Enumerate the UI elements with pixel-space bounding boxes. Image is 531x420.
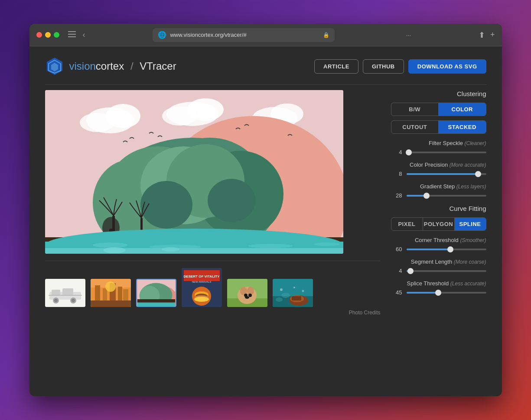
svg-point-86: [281, 293, 290, 298]
cutout-button[interactable]: CUTOUT: [391, 121, 439, 133]
download-svg-button[interactable]: DOWNLOAD AS SVG: [408, 59, 486, 74]
svg-point-34: [249, 244, 292, 248]
segment-length-value: 4: [391, 268, 402, 274]
splice-threshold-track[interactable]: [407, 292, 486, 294]
svg-point-87: [276, 297, 283, 302]
sidebar-toggle[interactable]: [68, 31, 76, 39]
filter-speckle-thumb[interactable]: [406, 149, 412, 155]
segment-length-slider-row: 4: [391, 268, 486, 274]
bw-button[interactable]: B/W: [391, 103, 439, 116]
gradient-step-track[interactable]: [407, 195, 486, 197]
svg-point-45: [54, 299, 58, 302]
splice-threshold-slider-row: 45: [391, 289, 486, 296]
corner-threshold-value: 60: [391, 246, 402, 252]
more-options[interactable]: ···: [406, 32, 411, 39]
svg-rect-63: [137, 299, 175, 303]
svg-point-90: [302, 290, 304, 292]
filter-speckle-label: Filter Speckle (Cleaner): [391, 140, 486, 146]
toolbar-actions: ⬆ +: [479, 30, 495, 40]
svg-point-79: [248, 294, 252, 297]
svg-point-88: [280, 288, 283, 291]
thumbnail-4[interactable]: DESERT OF VITALITY NEW ARRIVALS: [182, 268, 222, 307]
color-precision-section: Color Precision (More accurate) 8: [391, 162, 486, 177]
back-button[interactable]: ‹: [83, 30, 85, 39]
pixel-button[interactable]: PIXEL: [391, 218, 423, 230]
gradient-step-value: 28: [391, 192, 402, 199]
svg-rect-43: [62, 288, 73, 295]
spline-button[interactable]: SPLINE: [454, 218, 486, 230]
svg-point-35: [314, 242, 340, 246]
thumbnail-1[interactable]: [45, 279, 85, 307]
maximize-button[interactable]: [54, 32, 59, 38]
url-text: www.visioncortex.org/vtracer/#: [170, 32, 246, 38]
svg-rect-36: [45, 248, 343, 254]
svg-rect-1: [68, 34, 76, 35]
color-precision-label: Color Precision (More accurate): [391, 162, 486, 168]
segment-length-label: Segment Length (More coarse): [391, 258, 486, 265]
polygon-button[interactable]: POLYGON: [423, 218, 454, 230]
svg-point-24: [208, 179, 255, 222]
filter-speckle-value: 4: [391, 149, 402, 155]
gradient-step-thumb[interactable]: [423, 193, 430, 199]
photo-credits: Photo Credits: [45, 310, 381, 316]
title-bar: ‹ 🌐 www.visioncortex.org/vtracer/# 🔒 ···…: [29, 24, 502, 46]
svg-point-80: [245, 296, 249, 299]
splice-threshold-label: Splice Threshold (Less accurate): [391, 280, 486, 287]
svg-point-9: [80, 113, 114, 132]
color-precision-fill: [407, 173, 479, 175]
corner-threshold-section: Corner Threshold (Smoother) 60: [391, 237, 486, 252]
corner-threshold-thumb[interactable]: [447, 246, 453, 252]
filter-speckle-section: Filter Speckle (Cleaner) 4: [391, 140, 486, 155]
address-bar: 🌐 www.visioncortex.org/vtracer/# 🔒: [153, 28, 335, 42]
image-divider: [45, 261, 381, 261]
image-canvas: [45, 90, 343, 254]
browser-window: ‹ 🌐 www.visioncortex.org/vtracer/# 🔒 ···…: [29, 24, 502, 396]
gradient-step-label: Gradient Step (Less layers): [391, 183, 486, 190]
color-precision-thumb[interactable]: [475, 171, 481, 177]
corner-threshold-slider-row: 60: [391, 246, 486, 252]
splice-threshold-thumb[interactable]: [435, 290, 441, 296]
thumbnail-3[interactable]: [136, 279, 176, 307]
page-content: visioncortex / VTracer ARTICLE GITHUB DO…: [29, 46, 502, 326]
filter-speckle-slider-row: 4: [391, 149, 486, 155]
close-button[interactable]: [36, 32, 42, 38]
globe-icon: 🌐: [158, 31, 166, 39]
thumbnail-5[interactable]: [227, 279, 267, 307]
color-button[interactable]: COLOR: [438, 103, 486, 116]
svg-point-12: [162, 107, 197, 126]
splice-threshold-fill: [407, 292, 439, 294]
stacked-button[interactable]: STACKED: [438, 121, 486, 133]
svg-point-72: [194, 297, 209, 302]
github-button[interactable]: GITHUB: [363, 59, 404, 74]
svg-point-32: [93, 242, 127, 248]
segment-length-track[interactable]: [407, 270, 486, 272]
svg-text:NEW ARRIVALS: NEW ARRIVALS: [192, 281, 211, 283]
svg-point-57: [105, 281, 116, 292]
splice-threshold-section: Splice Threshold (Less accurate) 45: [391, 280, 486, 296]
clustering-title: Clustering: [391, 90, 486, 97]
corner-threshold-fill: [407, 249, 450, 250]
svg-rect-42: [52, 290, 60, 295]
mode-toggle-group: CUTOUT STACKED: [391, 120, 486, 134]
svg-rect-2: [68, 36, 76, 37]
segment-length-thumb[interactable]: [407, 268, 414, 274]
color-precision-track[interactable]: [407, 173, 486, 175]
header-buttons: ARTICLE GITHUB DOWNLOAD AS SVG: [314, 59, 486, 74]
curve-fitting-title: Curve Fitting: [391, 205, 486, 212]
corner-threshold-track[interactable]: [407, 249, 486, 250]
thumbnail-2[interactable]: [91, 279, 131, 307]
clustering-toggle-group: B/W COLOR: [391, 103, 486, 116]
app-header: visioncortex / VTracer ARTICLE GITHUB DO…: [45, 57, 486, 76]
corner-threshold-label: Corner Threshold (Smoother): [391, 237, 486, 243]
share-icon[interactable]: ⬆: [479, 30, 485, 40]
new-tab-icon[interactable]: +: [490, 30, 495, 40]
minimize-button[interactable]: [45, 32, 51, 38]
svg-rect-56: [91, 300, 131, 307]
brand-name: visioncortex / VTracer: [69, 60, 176, 72]
svg-point-37: [104, 247, 125, 253]
logo-icon: [45, 57, 64, 76]
color-precision-value: 8: [391, 171, 402, 177]
thumbnail-6[interactable]: [273, 279, 313, 307]
article-button[interactable]: ARTICLE: [314, 59, 358, 74]
filter-speckle-track[interactable]: [407, 152, 486, 153]
